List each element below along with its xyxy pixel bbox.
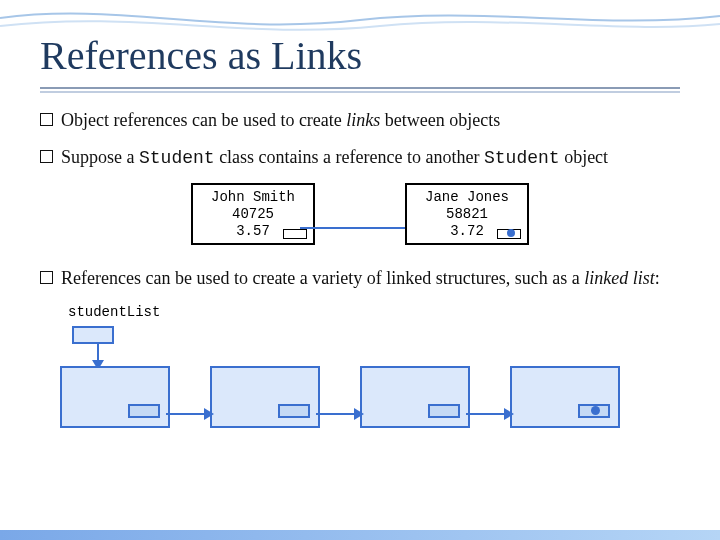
footer-accent-bar (0, 530, 720, 540)
list-node (510, 366, 620, 428)
bullet-2: Suppose a Student class contains a refer… (40, 146, 680, 170)
list-variable-label: studentList (68, 304, 680, 320)
student-id: 40725 (211, 206, 295, 223)
student-name: John Smith (211, 189, 295, 206)
bullet-marker (40, 113, 53, 126)
bullet-2-text: Suppose a Student class contains a refer… (61, 146, 608, 170)
list-node (60, 366, 170, 428)
text-fragment: Object references can be used to create (61, 110, 346, 130)
list-head-box (72, 326, 114, 344)
text-fragment: class contains a reference to another (215, 147, 484, 167)
link-arrow (166, 406, 214, 422)
bullet-list-2: References can be used to create a varie… (0, 261, 720, 290)
svg-marker-9 (504, 408, 514, 420)
link-arrow (300, 218, 420, 238)
text-fragment: Suppose a (61, 147, 139, 167)
student-box-b: Jane Jones 58821 3.72 (405, 183, 529, 245)
bullet-marker (40, 150, 53, 163)
list-node (360, 366, 470, 428)
reference-dot (591, 406, 600, 415)
student-box-a: John Smith 40725 3.57 (191, 183, 315, 245)
reference-slot (428, 404, 460, 418)
bullet-1-text: Object references can be used to create … (61, 109, 500, 132)
title-underline (40, 87, 680, 93)
student-link-diagram: John Smith 40725 3.57 Jane Jones 58821 3… (0, 183, 720, 245)
text-fragment: object (560, 147, 608, 167)
student-name: Jane Jones (425, 189, 509, 206)
svg-marker-5 (204, 408, 214, 420)
reference-slot (278, 404, 310, 418)
list-node (210, 366, 320, 428)
text-fragment: between objects (380, 110, 500, 130)
bullet-list: Object references can be used to create … (0, 103, 720, 169)
text-code: Student (139, 148, 215, 168)
bullet-1: Object references can be used to create … (40, 109, 680, 132)
text-emphasis: links (346, 110, 380, 130)
student-id: 58821 (425, 206, 509, 223)
bullet-3: References can be used to create a varie… (40, 267, 680, 290)
slide-title: References as Links (0, 0, 720, 87)
bullet-3-text: References can be used to create a varie… (61, 267, 660, 290)
linked-list-diagram (60, 322, 680, 442)
bullet-marker (40, 271, 53, 284)
link-arrow (466, 406, 514, 422)
text-fragment: : (655, 268, 660, 288)
svg-marker-7 (354, 408, 364, 420)
text-code: Student (484, 148, 560, 168)
link-arrow (316, 406, 364, 422)
text-emphasis: linked list (584, 268, 655, 288)
reference-slot (128, 404, 160, 418)
text-fragment: References can be used to create a varie… (61, 268, 584, 288)
linked-list-section: studentList (0, 304, 720, 442)
